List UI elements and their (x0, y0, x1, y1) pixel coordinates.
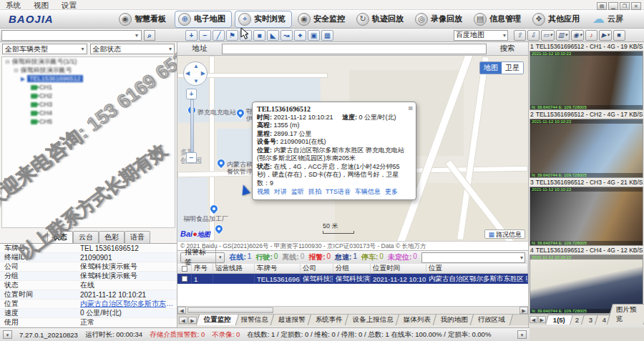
tree-channel-2[interactable]: CH2 (2, 92, 175, 100)
status-collapse-icon[interactable]: ▾ (3, 330, 12, 339)
tree-root[interactable]: ⊟ 保驾科技演示账号(1/1) (2, 57, 175, 66)
grid-filter-combo[interactable]: ▾ (421, 252, 525, 263)
poi-marker[interactable] (213, 223, 225, 235)
tree-vehicle-selected[interactable]: ▶ TEL15361696512 (2, 74, 175, 83)
link-tts[interactable]: TTS语音 (326, 188, 351, 197)
map-zoom-slider[interactable]: + − (186, 89, 197, 163)
vehicle-status-filter[interactable]: 全部状态 ▾ (90, 44, 175, 54)
nav-button-track-playback[interactable]: ↻ 轨迹回放 (353, 11, 409, 28)
nav-button-info-manage[interactable]: ▤ 信息管理 (471, 11, 527, 28)
video-feed-3[interactable]: 2021-11-12 10:10:22 N: 39.640744 E: 109.… (530, 187, 643, 246)
pin-button[interactable]: ▤ (597, 2, 607, 10)
audio-icon[interactable]: ♪ (585, 30, 597, 41)
save-view-icon[interactable]: ▦ (321, 30, 333, 41)
scroll-right-icon[interactable]: ▶ (519, 307, 528, 314)
rectangle-draw-icon[interactable]: ■ (253, 30, 265, 41)
nav-button-other-apps[interactable]: ❖ 其他应用 (530, 11, 585, 28)
nav-button-safety-monitor[interactable]: ◉ 安全监控 (295, 11, 351, 28)
vehicle-tree[interactable]: ⊟ 保驾科技演示账号(1/1) ⊟ 保驾科技演示账号 ▶ TEL15361696… (1, 56, 175, 228)
tree-channel-4[interactable]: CH4 (2, 109, 175, 117)
maximize-button[interactable]: ❐ (620, 2, 630, 10)
layer-map-button[interactable]: 地图 (480, 62, 502, 74)
expander-icon[interactable]: ⊟ (14, 67, 19, 74)
video-tab-page-1[interactable]: 1(5) (545, 315, 573, 325)
pan-left-icon[interactable]: ◀ (185, 70, 190, 76)
link-listen[interactable]: 监听 (291, 188, 304, 197)
link-more[interactable]: 更多 (385, 188, 398, 197)
stop-icon[interactable]: ■ (613, 30, 625, 41)
tab-location-monitor[interactable]: 位置监控 (196, 314, 240, 325)
link-vehicle-info[interactable]: 车辆信息 (355, 188, 381, 197)
menu-view[interactable]: 视图 (34, 1, 49, 9)
tree-channel-3[interactable]: CH3 (2, 100, 175, 109)
expander-icon[interactable]: ⊟ (5, 59, 10, 65)
tab-voice[interactable]: 语音 (125, 231, 150, 243)
tab-ptz[interactable]: 云台 (73, 231, 99, 243)
map-zoom-out-button[interactable]: − (186, 152, 197, 163)
zoom-area-icon[interactable]: ⌖ (294, 30, 306, 41)
row-checkbox[interactable] (182, 276, 187, 282)
fullscreen-icon[interactable]: ▣ (308, 30, 320, 41)
layer-satellite-button[interactable]: 卫星 (502, 62, 523, 74)
traffic-info-button[interactable]: ▦路况信息 (484, 229, 525, 239)
tree-group[interactable]: ⊟ 保驾科技演示账号 (2, 66, 175, 74)
video-tab-image-preview[interactable]: 图片预览 (607, 304, 644, 325)
baidu-map[interactable]: 骅充电充电站 鄂尔 伊敦 多斯 创业园 内蒙古稍微 餐饮管理有限公 福明食品加工… (177, 56, 528, 241)
zoom-track[interactable] (190, 99, 194, 152)
cloud-screen[interactable]: ☁ 云屏 (592, 11, 623, 26)
nav-button-smart-board[interactable]: ◉ 智慧看板 (116, 11, 172, 28)
close-button[interactable]: ✕ (631, 2, 641, 10)
panel-collapse-icon[interactable]: ▾ (517, 330, 527, 339)
alarm-tag-button[interactable]: 报警标签 ▾ (180, 252, 225, 263)
menu-system[interactable]: 系统 (6, 1, 21, 9)
map-provider-select[interactable]: 百度地图 ▾ (454, 30, 508, 41)
talk-icon[interactable]: ⇧ (514, 30, 526, 41)
nav-button-e-map[interactable]: ⊕ 电子地图 (175, 11, 232, 28)
nav-button-video-playback[interactable]: ◎ 录像回放 (412, 11, 468, 28)
vehicle-type-filter[interactable]: 全部车辆类型 ▾ (2, 44, 87, 54)
map-pan-control[interactable]: ▲ ▼ ◀ ▶ (183, 61, 208, 86)
address-search-button[interactable]: 搜索 (487, 44, 528, 54)
polygon-draw-icon[interactable]: ◣ (267, 30, 279, 41)
vehicle-search-input[interactable] (2, 31, 132, 39)
pan-up-icon[interactable]: ▲ (193, 63, 199, 69)
nav-button-realtime-view[interactable]: ⌖ 实时浏览 (235, 11, 292, 28)
tab-scroll-left-icon[interactable]: ◀ (179, 317, 187, 324)
polyline-draw-icon[interactable]: ↝ (280, 30, 293, 41)
link-snapshot[interactable]: 抓拍 (308, 188, 321, 197)
video-feed-1[interactable]: 2021-11-12 10:10:22 N: 39.640744 E: 109.… (530, 51, 643, 110)
popup-close-icon[interactable]: ⊠ (408, 104, 413, 113)
tree-channel-1[interactable]: CH1 (2, 83, 175, 92)
chevron-down-icon[interactable]: ▾ (132, 32, 141, 39)
tab-scroll-right-icon[interactable]: ▶ (188, 317, 197, 324)
tab-color[interactable]: 色彩 (99, 231, 125, 243)
address-input[interactable] (222, 44, 487, 54)
scroll-thumb[interactable] (187, 307, 273, 313)
table-row[interactable]: 1 TEL1536169651 保驾科技演示 保驾科技演示 2021-11-12… (177, 274, 528, 284)
tab-status[interactable]: 状态 (47, 231, 73, 243)
minimize-button[interactable]: ▁ (608, 2, 618, 10)
table-h-scrollbar[interactable]: ◀ ▶ (177, 306, 528, 314)
zoom-in-icon[interactable]: + (185, 30, 197, 41)
vehicle-search-combo[interactable]: ▾ (1, 30, 142, 41)
flag-marker-icon[interactable]: ⚑ (226, 30, 238, 41)
map-zoom-in-button[interactable]: + (186, 89, 197, 99)
tab-admin-region[interactable]: 行政区域 (470, 314, 514, 325)
video-feed-2[interactable]: 2021-11-12 10:10:22 N: 39.640744 E: 109.… (530, 119, 643, 178)
split-screen-icon[interactable]: ▭▾ (541, 30, 555, 41)
tab-device-reports[interactable]: 设备上报信息 (345, 314, 402, 325)
scroll-left-icon[interactable]: ◀ (177, 307, 186, 314)
tab-scroll-right-icon[interactable]: ▶ (538, 316, 546, 323)
search-icon[interactable]: ⌕ (144, 30, 155, 41)
window-layout-icon[interactable]: ▥▾ (556, 30, 570, 41)
measure-icon[interactable]: ╱ (213, 30, 225, 41)
pan-down-icon[interactable]: ▼ (193, 78, 199, 84)
link-video[interactable]: 视频 (257, 188, 270, 197)
menu-settings[interactable]: 设置 (62, 1, 77, 9)
tab-scroll-left-icon[interactable]: ◀ (530, 316, 537, 323)
listen-icon[interactable]: ⇩ (527, 30, 540, 41)
location-link[interactable]: 内蒙古自治区鄂尔多斯市东胜区 骅充电充电站(鄂尔多斯北区物流园区)东南205米 (80, 299, 177, 309)
play-icon[interactable]: ▶▾ (599, 30, 611, 41)
snapshot-icon[interactable]: ◉▾ (571, 30, 584, 41)
link-intercom[interactable]: 对讲 (274, 188, 287, 197)
